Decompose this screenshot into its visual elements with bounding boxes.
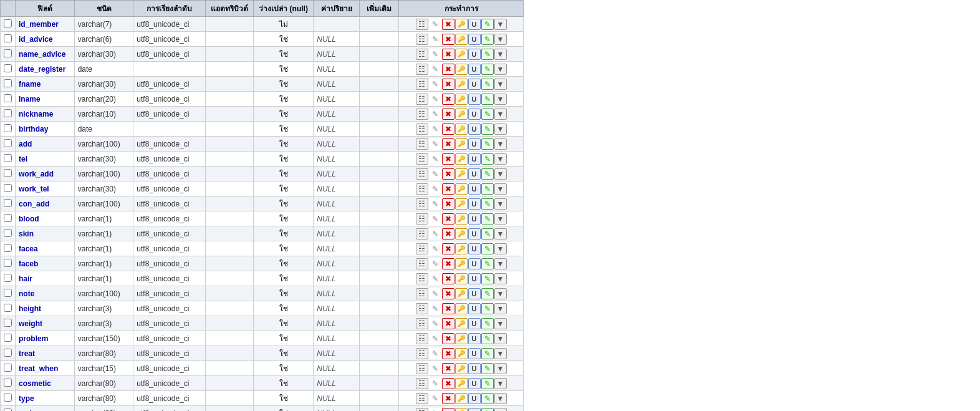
move-icon[interactable]: ▼ [494,393,507,404]
browse-icon[interactable]: ☷ [416,94,428,105]
row-checkbox[interactable] [4,199,12,207]
delete-icon[interactable]: ✖ [442,408,454,412]
edit-icon[interactable]: ✎ [429,258,441,269]
delete-icon[interactable]: ✖ [442,213,454,225]
unique-index-icon[interactable]: U [468,378,481,389]
unique-index-icon[interactable]: U [468,153,481,165]
primary-key-icon[interactable]: 🔑 [455,123,468,135]
move-icon[interactable]: ▼ [494,258,507,269]
unique-index-icon[interactable]: U [468,288,481,299]
delete-icon[interactable]: ✖ [442,64,454,75]
delete-icon[interactable]: ✖ [442,109,454,120]
unique-index-icon[interactable]: U [468,123,481,135]
unique-index-icon[interactable]: U [468,168,481,180]
index-icon[interactable]: ✎ [481,64,494,75]
delete-icon[interactable]: ✖ [442,138,454,150]
primary-key-icon[interactable]: 🔑 [455,109,468,120]
row-checkbox[interactable] [4,334,12,342]
row-checkbox[interactable] [4,19,12,27]
move-icon[interactable]: ▼ [494,273,507,284]
browse-icon[interactable]: ☷ [416,228,428,239]
move-icon[interactable]: ▼ [494,153,507,165]
move-icon[interactable]: ▼ [494,94,507,105]
browse-icon[interactable]: ☷ [416,153,428,165]
edit-icon[interactable]: ✎ [429,198,441,210]
edit-icon[interactable]: ✎ [429,408,441,412]
delete-icon[interactable]: ✖ [442,168,454,180]
edit-icon[interactable]: ✎ [429,94,441,105]
move-icon[interactable]: ▼ [494,243,507,254]
edit-icon[interactable]: ✎ [429,333,441,344]
unique-index-icon[interactable]: U [468,213,481,225]
row-checkbox[interactable] [4,244,12,252]
browse-icon[interactable]: ☷ [416,138,428,150]
move-icon[interactable]: ▼ [494,168,507,180]
row-checkbox[interactable] [4,229,12,237]
unique-index-icon[interactable]: U [468,258,481,269]
browse-icon[interactable]: ☷ [416,378,428,389]
browse-icon[interactable]: ☷ [416,273,428,284]
edit-icon[interactable]: ✎ [429,363,441,374]
primary-key-icon[interactable]: 🔑 [455,378,468,389]
index-icon[interactable]: ✎ [481,318,494,329]
edit-icon[interactable]: ✎ [429,243,441,254]
row-checkbox[interactable] [4,139,12,147]
row-checkbox[interactable] [4,349,12,357]
index-icon[interactable]: ✎ [481,19,494,30]
primary-key-icon[interactable]: 🔑 [455,19,468,30]
unique-index-icon[interactable]: U [468,49,481,60]
delete-icon[interactable]: ✖ [442,303,454,314]
browse-icon[interactable]: ☷ [416,109,428,120]
browse-icon[interactable]: ☷ [416,363,428,374]
delete-icon[interactable]: ✖ [442,79,454,90]
move-icon[interactable]: ▼ [494,378,507,389]
browse-icon[interactable]: ☷ [416,318,428,329]
edit-icon[interactable]: ✎ [429,288,441,299]
move-icon[interactable]: ▼ [494,79,507,90]
edit-icon[interactable]: ✎ [429,318,441,329]
unique-index-icon[interactable]: U [468,243,481,254]
unique-index-icon[interactable]: U [468,64,481,75]
delete-icon[interactable]: ✖ [442,123,454,135]
index-icon[interactable]: ✎ [481,228,494,239]
edit-icon[interactable]: ✎ [429,393,441,404]
browse-icon[interactable]: ☷ [416,213,428,225]
move-icon[interactable]: ▼ [494,109,507,120]
move-icon[interactable]: ▼ [494,348,507,359]
move-icon[interactable]: ▼ [494,183,507,195]
row-checkbox[interactable] [4,364,12,372]
unique-index-icon[interactable]: U [468,79,481,90]
unique-index-icon[interactable]: U [468,19,481,30]
index-icon[interactable]: ✎ [481,273,494,284]
browse-icon[interactable]: ☷ [416,303,428,314]
index-icon[interactable]: ✎ [481,348,494,359]
index-icon[interactable]: ✎ [481,408,494,412]
delete-icon[interactable]: ✖ [442,258,454,269]
move-icon[interactable]: ▼ [494,64,507,75]
primary-key-icon[interactable]: 🔑 [455,363,468,374]
primary-key-icon[interactable]: 🔑 [455,138,468,150]
browse-icon[interactable]: ☷ [416,49,428,60]
row-checkbox[interactable] [4,379,12,387]
unique-index-icon[interactable]: U [468,94,481,105]
delete-icon[interactable]: ✖ [442,318,454,329]
edit-icon[interactable]: ✎ [429,153,441,165]
delete-icon[interactable]: ✖ [442,288,454,299]
unique-index-icon[interactable]: U [468,303,481,314]
edit-icon[interactable]: ✎ [429,19,441,30]
browse-icon[interactable]: ☷ [416,288,428,299]
edit-icon[interactable]: ✎ [429,49,441,60]
primary-key-icon[interactable]: 🔑 [455,94,468,105]
delete-icon[interactable]: ✖ [442,228,454,239]
delete-icon[interactable]: ✖ [442,183,454,195]
delete-icon[interactable]: ✖ [442,393,454,404]
primary-key-icon[interactable]: 🔑 [455,198,468,210]
index-icon[interactable]: ✎ [481,258,494,269]
row-checkbox[interactable] [4,49,12,57]
primary-key-icon[interactable]: 🔑 [455,288,468,299]
index-icon[interactable]: ✎ [481,168,494,180]
index-icon[interactable]: ✎ [481,288,494,299]
primary-key-icon[interactable]: 🔑 [455,318,468,329]
row-checkbox[interactable] [4,394,12,402]
row-checkbox[interactable] [4,154,12,162]
